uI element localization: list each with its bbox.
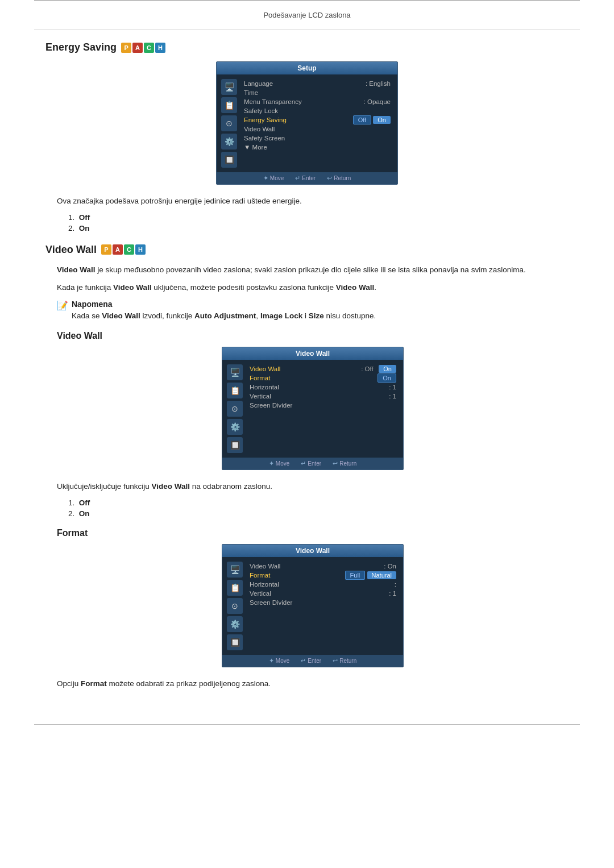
fmt-full-box: Full [345,571,366,580]
osd-vw-enter-icon: ↵ [301,460,306,467]
page-title: Podešavanje LCD zaslona [34,6,580,30]
osd-fmt-icon-4: ⚙️ [227,616,243,632]
osd-fmt-move-icon: ✦ [269,657,274,665]
osd-icon-4: ⚙️ [221,134,237,149]
video-wall-heading: Video Wall P A C H [45,244,569,256]
osd-vw-row-format: Format On [250,373,396,383]
osd-icon-5: 🔲 [221,152,237,168]
note-text: Kada se Video Wall izvodi, funkcije Auto… [72,310,376,322]
badge-a2: A [113,244,123,255]
osd-title-format: Video Wall [222,545,403,557]
vw-on-box: On [379,365,396,373]
vw-format-box: On [377,373,396,383]
osd-vw-row-vertical: Vertical : 1 [250,392,396,401]
osd-move-label: Move [270,175,284,181]
video-wall-osd-wrapper: Video Wall 🖥️ 📋 ⊙ ⚙️ 🔲 Video Wall : O [57,347,569,470]
fmt-natural-box: Natural [367,571,396,579]
energy-saving-body: Ova značajka podešava potrošnju energije… [57,195,569,232]
energy-saving-label: Energy Saving [45,41,117,53]
osd-return-label: Return [334,175,351,181]
video-wall-list-2: 2. On [68,509,569,518]
osd-fmt-icon-3: ⊙ [227,598,243,614]
osd-vw-return-icon: ↩ [333,460,338,467]
osd-vw-icon-3: ⊙ [227,401,243,417]
osd-row-safety-screen: Safety Screen [244,134,391,143]
osd-return-icon: ↩ [327,175,332,182]
osd-vw-row-videowall: Video Wall : Off On [250,364,396,373]
video-wall-badges: P A C H [101,244,146,255]
energy-saving-badges: P A C H [121,43,165,53]
badge-c2: C [124,244,134,255]
osd-row-time: Time [244,88,391,97]
format-sub-heading: Format [57,528,569,538]
energy-saving-list-1: 1. Off [68,213,569,222]
badge-c: C [144,43,154,53]
osd-vw-return-label: Return [339,460,356,467]
osd-enter-icon: ↵ [295,175,300,182]
format-osd-wrapper: Video Wall 🖥️ 📋 ⊙ ⚙️ 🔲 Video Wall : On [57,544,569,667]
osd-content-vw: Video Wall : Off On Format On [245,363,401,454]
osd-icons-vw: 🖥️ 📋 ⊙ ⚙️ 🔲 [225,363,245,454]
osd-fmt-row-format: Format Full Natural [250,571,396,580]
video-wall-sub-desc: Uključuje/isključuje funkciju Video Wall… [57,480,569,493]
video-wall-label: Video Wall [45,244,97,256]
osd-content-setup: Language : English Time Menu Transparenc… [239,78,395,169]
osd-fmt-icon-1: 🖥️ [227,562,243,578]
osd-fmt-row-screen-divider: Screen Divider [250,598,396,607]
badge-p2: P [101,244,111,255]
badge-h: H [155,43,165,53]
badge-h2: H [135,244,146,255]
energy-saving-on-value: On [373,116,391,124]
osd-title-setup: Setup [217,62,397,74]
osd-footer-setup: ✦ Move ↵ Enter ↩ Return [217,172,397,184]
osd-vw-move-label: Move [276,460,289,467]
badge-p: P [121,43,131,53]
video-wall-intro1: Video Wall je skup međusobno povezanih v… [57,264,569,276]
osd-vw-icon-4: ⚙️ [227,419,243,435]
osd-row-language: Language : English [244,79,391,88]
osd-fmt-enter-label: Enter [308,658,321,664]
video-wall-sub-heading: Video Wall [57,331,569,341]
osd-fmt-row-videowall: Video Wall : On [250,562,396,571]
energy-saving-heading: Energy Saving P A C H [45,41,569,53]
osd-fmt-move-label: Move [276,658,289,664]
osd-fmt-return-icon: ↩ [333,657,338,665]
osd-icon-1: 🖥️ [221,79,237,95]
note-label: Napomena [72,300,113,309]
note-icon: 📝 [57,300,68,311]
osd-footer-fmt: ✦ Move ↵ Enter ↩ Return [222,655,403,667]
osd-row-safety-lock: Safety Lock [244,106,391,115]
format-osd: Video Wall 🖥️ 📋 ⊙ ⚙️ 🔲 Video Wall : On [222,544,404,667]
osd-move-icon: ✦ [263,175,268,182]
video-wall-osd: Video Wall 🖥️ 📋 ⊙ ⚙️ 🔲 Video Wall : O [222,347,404,470]
energy-saving-desc: Ova značajka podešava potrošnju energije… [57,195,569,207]
osd-vw-enter-label: Enter [308,460,321,467]
osd-fmt-icon-2: 📋 [227,580,243,596]
osd-row-energy-saving: Energy Saving Off On [244,115,391,124]
badge-a: A [132,43,143,53]
osd-fmt-return-label: Return [339,658,356,664]
osd-icon-3: ⊙ [221,115,237,131]
osd-vw-move-icon: ✦ [269,460,274,467]
osd-fmt-row-horizontal: Horizontal : [250,580,396,589]
osd-footer-vw: ✦ Move ↵ Enter ↩ Return [222,458,403,470]
format-sub-desc: Opciju Format možete odabrati za prikaz … [57,678,569,690]
osd-fmt-icon-5: 🔲 [227,634,243,650]
osd-enter-label: Enter [302,175,316,181]
video-wall-intro: Video Wall je skup međusobno povezanih v… [57,264,569,690]
osd-vw-icon-1: 🖥️ [227,364,243,380]
osd-row-more: ▼ More [244,143,391,152]
osd-vw-row-screen-divider: Screen Divider [250,401,396,410]
osd-vw-icon-5: 🔲 [227,437,243,453]
energy-saving-off-value: Off [353,115,371,124]
osd-fmt-enter-icon: ↵ [301,657,306,665]
osd-icons-fmt: 🖥️ 📋 ⊙ ⚙️ 🔲 [225,560,245,651]
osd-fmt-row-vertical: Vertical : 1 [250,589,396,598]
osd-title-videowall: Video Wall [222,347,403,360]
osd-row-menu-transparency: Menu Transparency : Opaque [244,97,391,106]
note-box: 📝 Napomena Kada se Video Wall izvodi, fu… [57,300,569,322]
osd-content-fmt: Video Wall : On Format Full Natural Hori… [245,560,401,651]
osd-icon-2: 📋 [221,97,237,113]
video-wall-intro2: Kada je funkcija Video Wall uključena, m… [57,281,569,294]
energy-saving-osd-wrapper: Setup 🖥️ 📋 ⊙ ⚙️ 🔲 Language : English Tim… [45,61,569,185]
